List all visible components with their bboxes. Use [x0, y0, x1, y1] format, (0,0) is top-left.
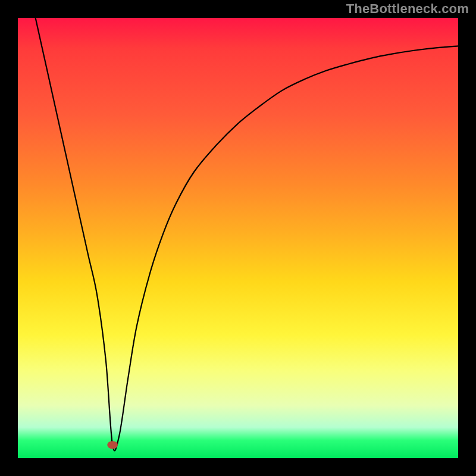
- plot-area: [18, 18, 458, 458]
- min-marker: [107, 441, 118, 449]
- chart-frame: TheBottleneck.com: [0, 0, 476, 476]
- bottleneck-curve: [36, 18, 458, 450]
- watermark-text: TheBottleneck.com: [346, 1, 469, 17]
- chart-svg: [18, 18, 458, 458]
